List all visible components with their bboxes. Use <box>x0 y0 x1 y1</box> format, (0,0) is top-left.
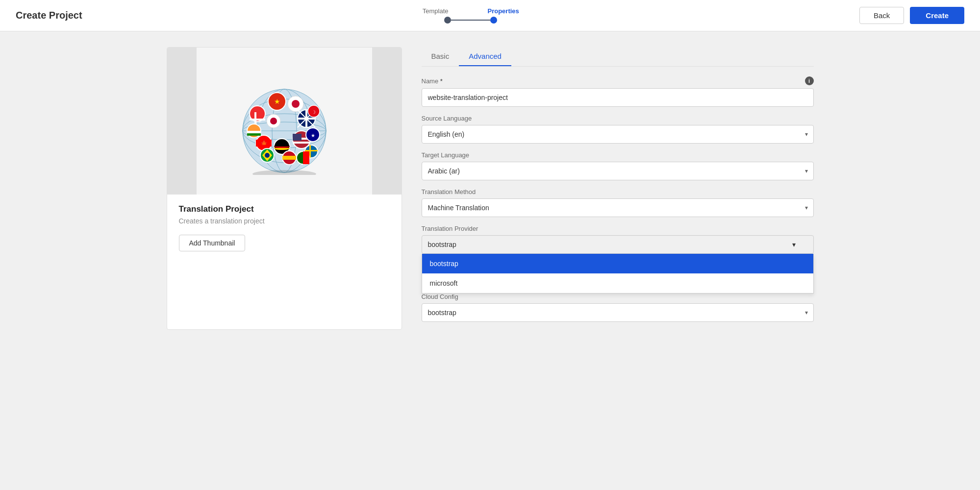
thumbnail-center: ★ <box>197 48 372 195</box>
step-line <box>451 20 490 21</box>
stepper-labels: Template Properties <box>423 7 519 15</box>
target-language-label: Target Language <box>422 151 814 159</box>
stepper: Template Properties <box>423 7 519 24</box>
svg-point-46 <box>270 118 277 124</box>
provider-option-microsoft[interactable]: microsoft <box>422 273 813 293</box>
svg-point-15 <box>292 100 300 108</box>
tab-basic[interactable]: Basic <box>422 47 459 66</box>
svg-rect-44 <box>303 151 309 164</box>
name-label: Name * <box>422 77 443 85</box>
svg-rect-32 <box>247 133 261 136</box>
provider-option-bootstrap[interactable]: bootstrap <box>422 254 813 273</box>
svg-point-8 <box>252 170 316 175</box>
translation-method-select-wrapper: Machine Translation ▾ <box>422 198 814 217</box>
right-panel: Basic Advanced Name * i Source Language … <box>402 47 814 330</box>
step-dot-template <box>444 17 451 24</box>
source-language-group: Source Language English (en) ▾ <box>422 115 814 144</box>
globe-illustration: ★ <box>230 67 338 175</box>
project-info: Translation Project Creates a translatio… <box>167 195 402 261</box>
cloud-config-select[interactable]: bootstrap <box>422 303 814 322</box>
svg-text:★: ★ <box>274 98 280 105</box>
project-description: Creates a translation project <box>179 217 390 225</box>
header: Create Project Template Properties Back … <box>0 0 980 31</box>
tabs: Basic Advanced <box>422 47 814 67</box>
svg-text:★: ★ <box>310 133 315 138</box>
svg-rect-27 <box>256 140 260 147</box>
stepper-template-label: Template <box>423 7 449 15</box>
thumbnail-area: ★ <box>167 48 402 195</box>
info-icon[interactable]: i <box>805 76 814 85</box>
target-language-group: Target Language Arabic (ar) ▾ <box>422 151 814 180</box>
svg-rect-42 <box>309 145 311 158</box>
svg-rect-10 <box>250 119 265 121</box>
translation-provider-group: Translation Provider bootstrap ▾ bootstr… <box>422 225 814 254</box>
translation-provider-dropdown: bootstrap ▾ bootstrap microsoft <box>422 235 814 254</box>
translation-provider-list: bootstrap microsoft <box>422 254 814 294</box>
source-language-label: Source Language <box>422 115 814 122</box>
svg-rect-31 <box>247 131 261 133</box>
svg-rect-39 <box>282 156 296 160</box>
tab-advanced[interactable]: Advanced <box>459 47 511 66</box>
target-language-select-wrapper: Arabic (ar) ▾ <box>422 162 814 180</box>
svg-text:☽: ☽ <box>312 110 316 115</box>
translation-method-group: Translation Method Machine Translation ▾ <box>422 188 814 217</box>
svg-rect-24 <box>293 134 302 141</box>
svg-rect-23 <box>293 142 310 144</box>
thumbnail-side-left <box>167 48 197 195</box>
stepper-track <box>444 17 497 24</box>
translation-provider-value: bootstrap <box>428 241 456 248</box>
back-button[interactable]: Back <box>859 7 904 24</box>
add-thumbnail-button[interactable]: Add Thumbnail <box>179 235 246 251</box>
header-actions: Back Create <box>859 7 964 24</box>
svg-rect-28 <box>268 140 272 147</box>
name-input[interactable] <box>422 88 814 107</box>
translation-method-select[interactable]: Machine Translation <box>422 198 814 217</box>
page-title: Create Project <box>16 10 82 21</box>
svg-rect-41 <box>305 150 318 151</box>
cloud-config-select-wrapper: bootstrap ▾ <box>422 303 814 322</box>
svg-text:🍁: 🍁 <box>260 139 267 147</box>
stepper-properties-label: Properties <box>488 7 519 15</box>
name-label-row: Name * i <box>422 76 814 85</box>
translation-method-label: Translation Method <box>422 188 814 196</box>
project-title: Translation Project <box>179 204 390 214</box>
target-language-select[interactable]: Arabic (ar) <box>422 162 814 180</box>
left-panel: ★ <box>167 47 402 330</box>
name-required: * <box>440 77 443 85</box>
source-language-select[interactable]: English (en) <box>422 125 814 144</box>
source-language-select-wrapper: English (en) ▾ <box>422 125 814 144</box>
step-dot-properties <box>490 17 497 24</box>
translation-provider-label: Translation Provider <box>422 225 814 232</box>
cloud-config-label: Cloud Config <box>422 293 814 300</box>
create-button[interactable]: Create <box>910 7 964 24</box>
translation-provider-chevron-icon: ▾ <box>792 241 796 248</box>
translation-provider-trigger[interactable]: bootstrap ▾ <box>422 235 814 254</box>
svg-point-37 <box>265 153 270 158</box>
svg-rect-11 <box>254 112 256 123</box>
cloud-config-group: Cloud Config bootstrap ▾ <box>422 293 814 322</box>
thumbnail-side-right <box>372 48 402 195</box>
name-field-group: Name * i <box>422 76 814 107</box>
main-content: ★ <box>147 31 833 345</box>
